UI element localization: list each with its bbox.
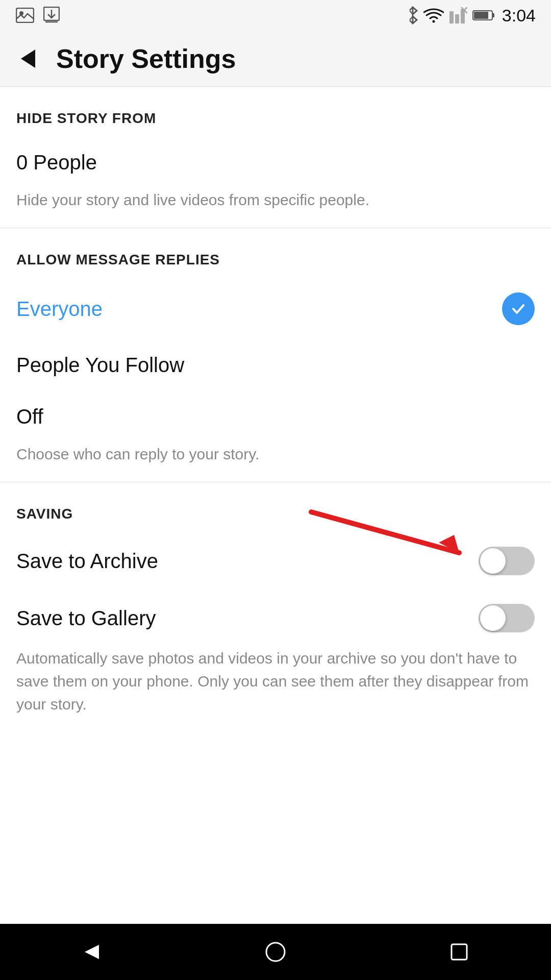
allow-replies-description: Choose who can reply to your story.	[0, 443, 551, 482]
bottom-nav	[0, 924, 551, 980]
svg-rect-8	[449, 11, 454, 23]
save-to-gallery-item[interactable]: Save to Gallery	[0, 590, 551, 647]
toggle-knob-gallery	[480, 605, 506, 631]
nav-recent-button[interactable]	[439, 932, 480, 972]
status-bar-right: 3:04	[407, 6, 536, 26]
nav-home-button[interactable]	[255, 932, 296, 972]
allow-replies-section-header: ALLOW MESSAGE REPLIES	[0, 228, 551, 278]
save-to-gallery-toggle[interactable]	[479, 604, 535, 632]
reply-off-label: Off	[16, 405, 43, 428]
svg-marker-18	[85, 945, 99, 959]
back-button[interactable]	[15, 46, 41, 71]
reply-everyone-label: Everyone	[16, 298, 103, 321]
save-archive-container: Save to Archive	[0, 532, 551, 590]
nav-back-button[interactable]	[71, 932, 112, 972]
reply-option-off[interactable]: Off	[0, 391, 551, 443]
svg-rect-15	[492, 13, 494, 17]
saving-description: Automatically save photos and videos in …	[0, 647, 551, 732]
reply-option-everyone[interactable]: Everyone	[0, 278, 551, 339]
toggle-knob-archive	[480, 548, 506, 574]
hide-story-section-header: HIDE STORY FROM	[0, 87, 551, 137]
status-bar-left	[15, 6, 61, 25]
hide-story-item[interactable]: 0 People	[0, 137, 551, 188]
svg-rect-14	[474, 12, 488, 19]
svg-rect-20	[452, 944, 467, 960]
clock: 3:04	[502, 6, 536, 26]
hide-story-description: Hide your story and live videos from spe…	[0, 188, 551, 228]
reply-option-followers[interactable]: People You Follow	[0, 339, 551, 391]
check-circle-icon	[502, 292, 535, 325]
content-area: HIDE STORY FROM 0 People Hide your story…	[0, 87, 551, 924]
saving-section-header: SAVING	[0, 482, 551, 532]
page-title: Story Settings	[56, 43, 236, 74]
svg-rect-9	[455, 14, 459, 23]
save-to-archive-label: Save to Archive	[16, 550, 158, 573]
back-arrow-icon	[21, 50, 35, 68]
download-icon	[42, 6, 61, 25]
svg-rect-0	[16, 8, 34, 22]
save-to-gallery-label: Save to Gallery	[16, 607, 156, 630]
svg-point-19	[266, 943, 285, 961]
hide-story-count: 0 People	[16, 151, 97, 174]
save-to-archive-item[interactable]: Save to Archive	[0, 532, 551, 590]
save-to-archive-toggle[interactable]	[479, 547, 535, 575]
status-bar: 3:04	[0, 0, 551, 31]
status-icons	[407, 6, 495, 24]
top-nav: Story Settings	[0, 31, 551, 87]
reply-followers-label: People You Follow	[16, 354, 184, 377]
image-icon	[15, 6, 35, 25]
